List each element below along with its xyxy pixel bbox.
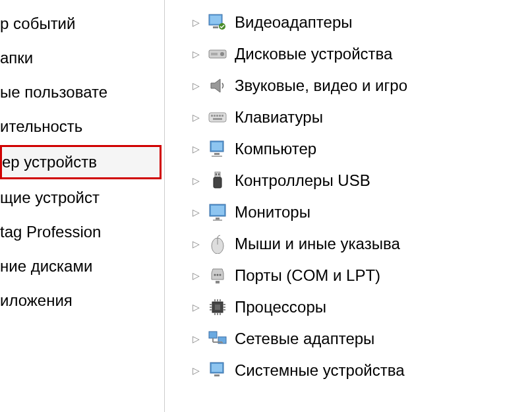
device-label: Процессоры: [235, 298, 326, 316]
svg-rect-6: [211, 53, 218, 55]
tree-item-event-viewer[interactable]: р событий: [0, 7, 164, 41]
svg-rect-17: [212, 156, 222, 157]
tree-item-disk-management[interactable]: ние дисками: [0, 249, 164, 283]
device-category-monitors[interactable]: ▷ Мониторы: [191, 196, 532, 228]
svg-rect-33: [215, 305, 220, 310]
sound-icon: [207, 75, 228, 96]
network-icon: [207, 328, 228, 349]
expand-icon[interactable]: ▷: [191, 366, 200, 375]
tree-item-local-users[interactable]: ые пользовате: [0, 75, 164, 109]
device-category-keyboards[interactable]: ▷ Клавиатуры: [191, 102, 532, 133]
usb-icon: [207, 170, 228, 191]
device-label: Клавиатуры: [235, 108, 323, 127]
svg-point-5: [220, 52, 224, 56]
device-category-mice[interactable]: ▷ Мыши и иные указыва: [191, 228, 532, 260]
keyboard-icon: [207, 107, 228, 128]
tree-item-performance[interactable]: ительность: [0, 109, 164, 144]
svg-rect-16: [214, 153, 220, 155]
svg-rect-24: [216, 218, 220, 220]
display-adapter-icon: [207, 12, 228, 33]
expand-icon[interactable]: ▷: [191, 176, 200, 185]
monitor-icon: [207, 202, 228, 223]
svg-rect-12: [222, 115, 223, 117]
svg-point-29: [217, 274, 219, 276]
svg-rect-10: [216, 115, 218, 117]
device-label: Компьютер: [235, 140, 316, 158]
expand-icon[interactable]: ▷: [191, 271, 200, 280]
device-list-panel: ▷ Видеоадаптеры ▷ Дисковые устройства ▷ …: [165, 0, 532, 412]
tree-item-storage[interactable]: щие устройст: [0, 181, 164, 215]
computer-icon: [207, 138, 228, 160]
expand-icon[interactable]: ▷: [191, 303, 200, 312]
expand-icon[interactable]: ▷: [191, 208, 200, 217]
svg-rect-20: [216, 173, 217, 175]
tree-item-services-apps[interactable]: иложения: [0, 283, 164, 318]
svg-point-28: [214, 274, 216, 276]
svg-rect-15: [212, 142, 222, 150]
expand-icon[interactable]: ▷: [191, 239, 200, 249]
svg-rect-53: [214, 374, 220, 376]
expand-icon[interactable]: ▷: [191, 81, 200, 90]
tree-item-tag-profession[interactable]: tag Profession: [0, 215, 164, 249]
svg-rect-19: [214, 177, 222, 188]
device-category-sound[interactable]: ▷ Звуковые, видео и игро: [191, 70, 532, 102]
port-icon: [207, 265, 228, 286]
expand-icon[interactable]: ▷: [191, 334, 200, 343]
svg-rect-21: [218, 173, 220, 175]
tree-item-shared-folders[interactable]: апки: [0, 41, 164, 75]
mouse-icon: [207, 233, 228, 254]
svg-rect-9: [214, 115, 216, 117]
expand-icon[interactable]: ▷: [191, 18, 200, 27]
expand-icon[interactable]: ▷: [191, 144, 200, 154]
device-category-disk-drives[interactable]: ▷ Дисковые устройства: [191, 38, 532, 70]
svg-rect-7: [209, 113, 226, 122]
svg-rect-46: [209, 332, 217, 338]
device-label: Контроллеры USB: [235, 171, 370, 190]
device-category-ports[interactable]: ▷ Порты (COM и LPT): [191, 260, 532, 291]
device-label: Видеоадаптеры: [235, 13, 352, 32]
svg-rect-31: [216, 281, 220, 283]
device-label: Системные устройства: [235, 361, 404, 380]
svg-rect-2: [213, 26, 218, 28]
svg-rect-13: [213, 118, 222, 120]
device-category-processors[interactable]: ▷ Процессоры: [191, 291, 532, 323]
device-label: Мыши и иные указыва: [235, 235, 400, 253]
device-manager-window: р событий апки ые пользовате ительность …: [0, 0, 532, 412]
expand-icon[interactable]: ▷: [191, 113, 200, 122]
device-category-computer[interactable]: ▷ Компьютер: [191, 133, 532, 165]
svg-point-30: [220, 274, 222, 276]
tree-item-device-manager[interactable]: ер устройств: [0, 145, 162, 179]
device-label: Звуковые, видео и игро: [235, 76, 407, 95]
svg-rect-11: [219, 115, 221, 117]
processor-icon: [207, 297, 228, 318]
svg-rect-25: [213, 220, 222, 221]
disk-drive-icon: [207, 44, 228, 65]
svg-rect-1: [210, 16, 221, 24]
device-category-display-adapters[interactable]: ▷ Видеоадаптеры: [191, 7, 532, 38]
management-tree-panel: р событий апки ые пользовате ительность …: [0, 0, 165, 412]
device-category-usb[interactable]: ▷ Контроллеры USB: [191, 165, 532, 196]
svg-rect-8: [211, 115, 213, 117]
system-icon: [207, 360, 228, 381]
device-label: Порты (COM и LPT): [235, 266, 380, 285]
device-label: Сетевые адаптеры: [235, 330, 374, 348]
svg-rect-23: [211, 206, 224, 215]
device-label: Дисковые устройства: [235, 45, 392, 63]
svg-rect-52: [212, 364, 222, 372]
device-label: Мониторы: [235, 203, 310, 221]
device-category-system[interactable]: ▷ Системные устройства: [191, 355, 532, 386]
expand-icon[interactable]: ▷: [191, 49, 200, 59]
device-category-network[interactable]: ▷ Сетевые адаптеры: [191, 323, 532, 355]
